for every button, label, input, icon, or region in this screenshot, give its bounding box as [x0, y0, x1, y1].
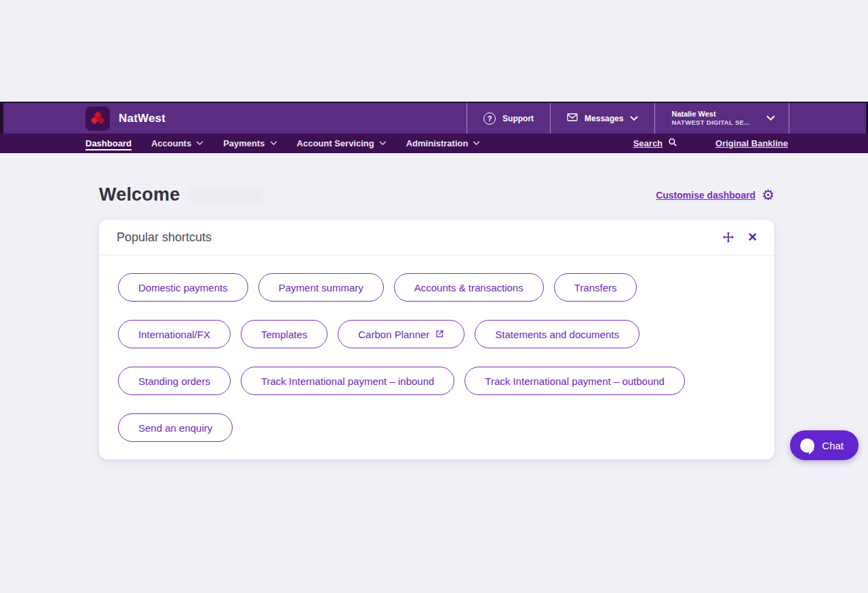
move-icon[interactable]	[722, 231, 734, 243]
shortcut-label: Statements and documents	[495, 329, 619, 340]
shortcut-track-international-outbound[interactable]: Track International payment – outbound	[465, 367, 685, 395]
nav-label: Accounts	[151, 138, 191, 148]
nav-administration[interactable]: Administration	[406, 137, 481, 150]
shortcut-label: Track International payment – outbound	[485, 375, 665, 387]
user-organisation: NATWEST DIGITAL SE...	[671, 119, 750, 127]
shortcut-label: Send an enquiry	[138, 422, 212, 434]
card-title: Popular shortcuts	[117, 230, 212, 245]
chevron-down-icon	[196, 141, 203, 146]
nav-accounts[interactable]: Accounts	[151, 137, 203, 150]
primary-nav: Dashboard Accounts Payments Account Serv…	[0, 134, 868, 153]
shortcut-row: International/FX Templates Carbon Planne…	[118, 320, 755, 348]
shortcut-carbon-planner[interactable]: Carbon Planner	[338, 320, 465, 348]
chevron-down-icon	[270, 141, 277, 146]
user-menu[interactable]: Natalie West NATWEST DIGITAL SE...	[654, 103, 789, 134]
shortcut-row: Domestic payments Payment summary Accoun…	[118, 273, 755, 302]
nav-dashboard[interactable]: Dashboard	[85, 137, 132, 150]
messages-menu[interactable]: Messages	[550, 103, 654, 134]
external-link-icon	[435, 329, 444, 338]
page-title: Welcome	[99, 184, 180, 205]
support-button[interactable]: ? Support	[467, 103, 550, 134]
chevron-down-icon	[473, 141, 480, 146]
nav-label: Payments	[223, 138, 264, 148]
shortcut-row: Standing orders Track International paym…	[118, 367, 755, 395]
customise-group: Customise dashboard ⚙	[656, 188, 774, 202]
messages-label: Messages	[585, 114, 623, 123]
page-top-spacer	[0, 0, 868, 102]
shortcut-send-enquiry[interactable]: Send an enquiry	[118, 413, 233, 442]
natwest-logo-icon	[85, 106, 110, 131]
chevron-down-icon	[766, 115, 775, 121]
customise-dashboard-link[interactable]: Customise dashboard	[656, 190, 755, 201]
question-circle-icon: ?	[484, 113, 496, 125]
shortcut-label: International/FX	[138, 329, 210, 340]
chevron-down-icon	[630, 116, 638, 121]
support-label: Support	[502, 114, 534, 123]
nav-label: Dashboard	[85, 138, 132, 148]
nav-payments[interactable]: Payments	[223, 137, 277, 150]
shortcut-templates[interactable]: Templates	[241, 320, 328, 348]
shortcut-statements-documents[interactable]: Statements and documents	[475, 320, 639, 348]
nav-links: Dashboard Accounts Payments Account Serv…	[85, 137, 480, 150]
shortcut-label: Transfers	[574, 282, 617, 293]
card-body: Domestic payments Payment summary Accoun…	[99, 255, 774, 459]
shortcut-standing-orders[interactable]: Standing orders	[118, 367, 231, 395]
search-label: Search	[633, 138, 663, 148]
shortcut-label: Templates	[261, 329, 307, 340]
close-icon[interactable]: ×	[748, 230, 757, 245]
redacted-user-name	[189, 187, 264, 203]
original-bankline-label: Original Bankline	[715, 138, 788, 148]
shortcut-label: Accounts & transactions	[414, 282, 524, 293]
card-controls: ×	[722, 230, 757, 245]
shortcut-track-international-inbound[interactable]: Track International payment – inbound	[241, 367, 454, 395]
nav-account-servicing[interactable]: Account Servicing	[297, 137, 387, 150]
shortcut-row: Send an enquiry	[118, 413, 755, 442]
header-actions: ? Support Messages Natalie West NATWEST …	[467, 103, 789, 134]
card-header: Popular shortcuts ×	[99, 220, 774, 255]
user-identity: Natalie West NATWEST DIGITAL SE...	[671, 109, 750, 127]
app-header: NatWest ? Support Messages Natalie West …	[0, 102, 868, 134]
shortcut-accounts-transactions[interactable]: Accounts & transactions	[394, 273, 544, 302]
nav-utilities: Search Original Bankline	[633, 138, 788, 149]
shortcut-label: Carbon Planner	[358, 329, 429, 340]
nav-label: Administration	[406, 138, 469, 148]
shortcut-label: Standing orders	[138, 375, 210, 387]
popular-shortcuts-card: Popular shortcuts × Domestic payments Pa…	[99, 220, 774, 459]
search-icon	[668, 138, 677, 149]
nav-label: Account Servicing	[297, 138, 374, 148]
shortcut-payment-summary[interactable]: Payment summary	[258, 273, 384, 302]
gear-icon[interactable]: ⚙	[762, 188, 774, 202]
shortcut-label: Track International payment – inbound	[261, 375, 434, 387]
shortcut-international-fx[interactable]: International/FX	[118, 320, 231, 348]
shortcut-label: Domestic payments	[138, 282, 228, 293]
original-bankline-link[interactable]: Original Bankline	[715, 138, 788, 148]
chevron-down-icon	[379, 141, 387, 146]
envelope-icon	[567, 113, 578, 123]
brand-group: NatWest	[85, 106, 165, 131]
shortcut-domestic-payments[interactable]: Domestic payments	[118, 273, 248, 302]
shortcut-transfers[interactable]: Transfers	[554, 273, 637, 302]
welcome-row: Welcome Customise dashboard ⚙	[99, 184, 774, 205]
dashboard-main: Welcome Customise dashboard ⚙ Popular sh…	[99, 184, 774, 459]
chat-button[interactable]: Chat	[790, 430, 859, 460]
chat-label: Chat	[822, 440, 844, 451]
chat-bubble-icon	[800, 438, 814, 453]
search-link[interactable]: Search	[633, 138, 677, 149]
user-name: Natalie West	[671, 109, 750, 119]
welcome-wrap: Welcome	[99, 184, 264, 205]
shortcut-label: Payment summary	[279, 282, 363, 293]
brand-name: NatWest	[119, 112, 165, 125]
